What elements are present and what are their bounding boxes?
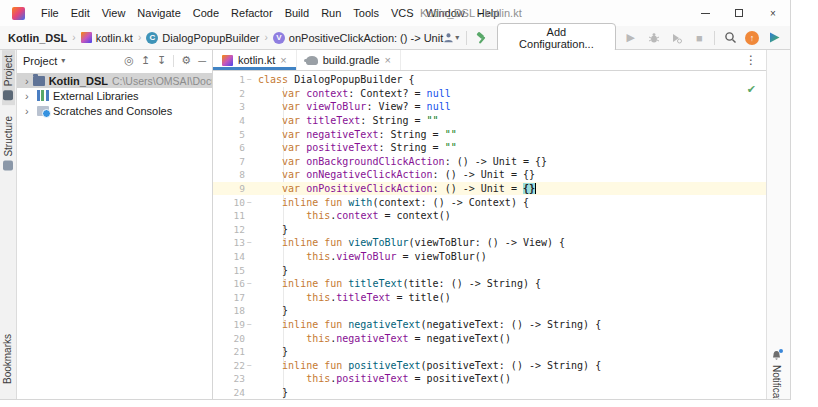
tool-stripe-tab-structure[interactable]: Structure bbox=[2, 111, 15, 176]
code-line[interactable]: 23 this.positiveText = positiveText() bbox=[213, 372, 766, 386]
breadcrumb-item[interactable]: CDialogPopupBuilder bbox=[146, 32, 259, 44]
line-number[interactable]: 14 bbox=[213, 251, 245, 262]
run-button[interactable]: ▶ bbox=[623, 30, 639, 46]
tree-row[interactable]: ›External Libraries bbox=[17, 88, 212, 103]
run-with-coverage-button[interactable] bbox=[668, 30, 684, 46]
hide-panel-icon[interactable]: ─ bbox=[198, 55, 206, 67]
code-line[interactable]: 10− inline fun with(context: () -> Conte… bbox=[213, 195, 766, 209]
menu-navigate[interactable]: Navigate bbox=[131, 3, 186, 23]
line-number[interactable]: 8 bbox=[213, 169, 245, 180]
line-number[interactable]: 20 bbox=[213, 333, 245, 344]
menu-view[interactable]: View bbox=[96, 3, 132, 23]
menu-refactor[interactable]: Refactor bbox=[225, 3, 279, 23]
code-line[interactable]: 24 } bbox=[213, 386, 766, 399]
line-number[interactable]: 17 bbox=[213, 292, 245, 303]
tool-stripe-tab-notifications[interactable]: Notifications bbox=[770, 345, 783, 399]
line-number[interactable]: 7 bbox=[213, 156, 245, 167]
breadcrumb-item[interactable]: Kotlin_DSL bbox=[8, 32, 67, 44]
fold-marker-icon[interactable]: − bbox=[245, 320, 254, 329]
code-line[interactable]: 11 this.context = context() bbox=[213, 209, 766, 223]
code-line[interactable]: 9 var onPositiveClickAction: () -> Unit … bbox=[213, 182, 766, 196]
expand-chevron-icon[interactable]: › bbox=[25, 105, 33, 117]
fold-marker-icon[interactable]: − bbox=[245, 198, 254, 207]
line-number[interactable]: 9 bbox=[213, 183, 245, 194]
line-number[interactable]: 23 bbox=[213, 373, 245, 384]
code-line[interactable]: 14 this.viewToBlur = viewToBlur() bbox=[213, 250, 766, 264]
fold-marker-icon[interactable]: − bbox=[245, 279, 254, 288]
tool-stripe-tab-bookmarks[interactable]: Bookmarks bbox=[1, 329, 14, 389]
line-number[interactable]: 11 bbox=[213, 210, 245, 221]
expand-chevron-icon[interactable]: › bbox=[25, 75, 29, 87]
line-number[interactable]: 24 bbox=[213, 387, 245, 398]
line-number[interactable]: 12 bbox=[213, 224, 245, 235]
fold-marker-icon[interactable]: − bbox=[245, 238, 254, 247]
code-line[interactable]: 19− inline fun negativeText(negativeText… bbox=[213, 318, 766, 332]
code-line[interactable]: 4 var titleText: String = "" bbox=[213, 114, 766, 128]
menu-code[interactable]: Code bbox=[187, 3, 225, 23]
code-line[interactable]: 6 var positiveText: String = "" bbox=[213, 141, 766, 155]
menu-edit[interactable]: Edit bbox=[65, 3, 96, 23]
tool-stripe-tab-project[interactable]: Project bbox=[2, 50, 15, 105]
line-number[interactable]: 16 bbox=[213, 278, 245, 289]
chevron-down-icon[interactable]: ▾ bbox=[61, 56, 65, 65]
settings-gear-icon[interactable]: ⚙ bbox=[181, 54, 191, 67]
line-number[interactable]: 22 bbox=[213, 360, 245, 371]
line-number[interactable]: 1 bbox=[213, 74, 245, 85]
menu-run[interactable]: Run bbox=[315, 3, 347, 23]
line-number[interactable]: 6 bbox=[213, 142, 245, 153]
code-line[interactable]: 1−class DialogPopupBuilder { bbox=[213, 73, 766, 87]
line-number[interactable]: 5 bbox=[213, 129, 245, 140]
code-line[interactable]: 22− inline fun positiveText(positiveText… bbox=[213, 358, 766, 372]
line-number[interactable]: 18 bbox=[213, 305, 245, 316]
fold-marker-icon[interactable]: − bbox=[245, 361, 254, 370]
code-line[interactable]: 20 this.negativeText = negativeText() bbox=[213, 331, 766, 345]
inspection-ok-icon[interactable]: ✔ bbox=[747, 83, 756, 96]
line-number[interactable]: 21 bbox=[213, 346, 245, 357]
code-line[interactable]: 15 } bbox=[213, 263, 766, 277]
add-configuration-button[interactable]: Add Configuration... bbox=[497, 23, 616, 53]
code-line[interactable]: 13− inline fun viewToBlur(viewToBlur: ()… bbox=[213, 236, 766, 250]
code-line[interactable]: 8 var onNegativeClickAction: () -> Unit … bbox=[213, 168, 766, 182]
debug-button[interactable] bbox=[646, 30, 662, 46]
editor-tab-build-gradle[interactable]: build.gradle× bbox=[297, 50, 401, 70]
breadcrumb-item[interactable]: kotlin.kt bbox=[81, 32, 133, 44]
locate-icon[interactable]: ◎ bbox=[124, 54, 134, 67]
tree-row[interactable]: ›Scratches and Consoles bbox=[17, 103, 212, 118]
line-number[interactable]: 13 bbox=[213, 237, 245, 248]
menu-build[interactable]: Build bbox=[279, 3, 315, 23]
close-tab-icon[interactable]: × bbox=[280, 54, 286, 66]
line-number[interactable]: 19 bbox=[213, 319, 245, 330]
code-line[interactable]: 5 var negativeText: String = "" bbox=[213, 127, 766, 141]
code-area[interactable]: 1−class DialogPopupBuilder {2 var contex… bbox=[213, 71, 766, 399]
collapse-all-icon[interactable]: ↧ bbox=[157, 54, 166, 67]
line-number[interactable]: 4 bbox=[213, 115, 245, 126]
expand-all-icon[interactable]: ↥ bbox=[141, 54, 150, 67]
menu-tools[interactable]: Tools bbox=[347, 3, 385, 23]
line-number[interactable]: 10 bbox=[213, 197, 245, 208]
close-tab-icon[interactable]: × bbox=[385, 54, 391, 66]
tree-row[interactable]: ›Kotlin_DSLC:\Users\OMSAI\Documents\Kotl… bbox=[17, 73, 212, 88]
line-number[interactable]: 3 bbox=[213, 101, 245, 112]
code-line[interactable]: 17 this.titleText = title() bbox=[213, 291, 766, 305]
menu-file[interactable]: File bbox=[35, 3, 65, 23]
code-line[interactable]: 18 } bbox=[213, 304, 766, 318]
code-line[interactable]: 12 } bbox=[213, 223, 766, 237]
fold-marker-icon[interactable]: − bbox=[245, 75, 254, 84]
update-available-icon[interactable]: ↑ bbox=[745, 31, 759, 45]
code-line[interactable]: 7 var onBackgroundClickAction: () -> Uni… bbox=[213, 155, 766, 169]
line-number[interactable]: 15 bbox=[213, 265, 245, 276]
code-line[interactable]: 21 } bbox=[213, 345, 766, 359]
code-line[interactable]: 16− inline fun titleText(title: () -> St… bbox=[213, 277, 766, 291]
code-line[interactable]: 3 var viewToBlur: View? = null bbox=[213, 100, 766, 114]
editor-tab-kotlin-kt[interactable]: kotlin.kt× bbox=[213, 50, 297, 70]
expand-chevron-icon[interactable]: › bbox=[25, 90, 33, 102]
line-number[interactable]: 2 bbox=[213, 88, 245, 99]
menu-vcs[interactable]: VCS bbox=[385, 3, 420, 23]
tab-options-icon[interactable]: ⋮ bbox=[736, 50, 766, 70]
ide-feature-icon[interactable] bbox=[766, 30, 782, 46]
search-everywhere-icon[interactable] bbox=[722, 30, 738, 46]
stop-button[interactable]: ■ bbox=[691, 30, 707, 46]
breadcrumb-item[interactable]: VonPositiveClickAction: () -> Unit bbox=[273, 32, 443, 44]
build-hammer-icon[interactable] bbox=[474, 30, 490, 46]
code-line[interactable]: 2 var context: Context? = null bbox=[213, 87, 766, 101]
